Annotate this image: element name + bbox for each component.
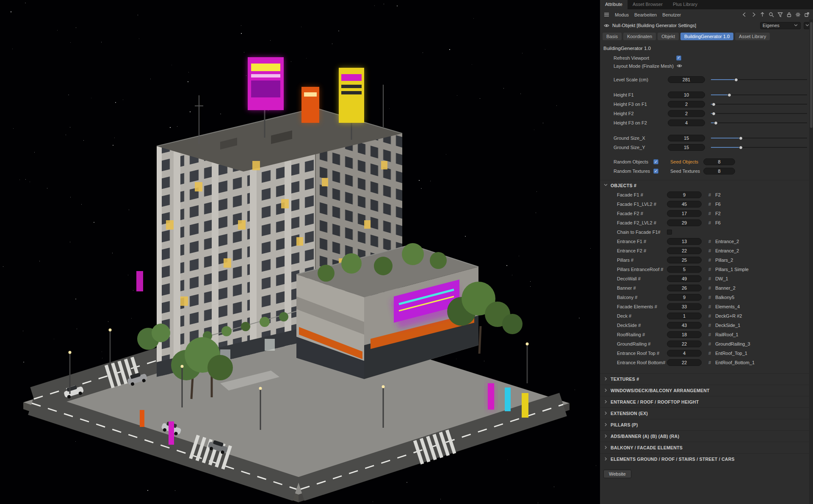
- object-count-field[interactable]: 17: [667, 210, 702, 217]
- collapsed-section-header[interactable]: PILLARS (P): [600, 419, 813, 430]
- parameter-label: Height F1: [614, 92, 668, 97]
- object-row: Entrance Roof Bottom#22#EntRoof_Bottom_1: [600, 358, 813, 367]
- slider-knob[interactable]: [727, 93, 731, 97]
- parameter-slider[interactable]: [711, 77, 807, 83]
- parameter-row: Ground Size_Y15: [600, 143, 813, 152]
- parameter-slider[interactable]: [711, 135, 807, 141]
- forward-icon[interactable]: [750, 12, 756, 18]
- collapsed-section-header[interactable]: BALKONY / FACADE ELEMENTS: [600, 442, 813, 453]
- parameter-slider[interactable]: [711, 101, 807, 107]
- object-count-field[interactable]: 33: [667, 303, 702, 310]
- lock-icon[interactable]: [786, 12, 792, 18]
- hash-label: #: [708, 211, 711, 216]
- popout-icon[interactable]: [804, 12, 810, 18]
- scrollbar-thumb[interactable]: [810, 22, 813, 128]
- seed-objects-field[interactable]: 8: [703, 158, 735, 165]
- parameter-value-field[interactable]: 10: [668, 91, 705, 98]
- tab-koordinaten[interactable]: Koordinaten: [623, 33, 656, 40]
- object-count-field[interactable]: 22: [667, 359, 702, 366]
- parameter-value-field[interactable]: 4: [668, 119, 705, 126]
- object-count-field[interactable]: 22: [667, 247, 702, 254]
- preset-dropdown[interactable]: Eigenes: [760, 22, 801, 29]
- object-item-name: DeckSide_1: [715, 323, 740, 328]
- menu-bearbeiten[interactable]: Bearbeiten: [634, 12, 657, 17]
- object-row: Chain to Facade F1#: [600, 227, 813, 237]
- object-count-field[interactable]: 5: [667, 266, 702, 273]
- parameter-slider[interactable]: [711, 92, 807, 98]
- search-icon[interactable]: [768, 12, 774, 18]
- chain-to-facade-checkbox[interactable]: [667, 230, 672, 235]
- tab-plus-library[interactable]: Plus Library: [668, 0, 702, 9]
- tab-objekt[interactable]: Objekt: [658, 33, 679, 40]
- parameter-value-field[interactable]: 2: [668, 101, 705, 108]
- parameter-slider[interactable]: [711, 144, 807, 150]
- slider-knob[interactable]: [712, 102, 716, 106]
- parameter-slider[interactable]: [711, 111, 807, 116]
- panel-scrollbar[interactable]: [809, 19, 813, 504]
- viewport-3d[interactable]: [0, 0, 600, 504]
- tab-asset-library[interactable]: Asset Library: [735, 33, 770, 40]
- object-row: Entrance F1 #13#Entrance_2: [600, 237, 813, 246]
- objects-section-header[interactable]: OBJECTS #: [600, 180, 813, 190]
- collapsed-section-header[interactable]: TEXTURES #: [600, 373, 813, 385]
- parameter-row: Height F110: [600, 90, 813, 100]
- object-row: Facade F1 #9#F2: [600, 190, 813, 199]
- gear-icon[interactable]: [795, 12, 801, 18]
- parameter-value-field[interactable]: 15: [668, 135, 705, 141]
- random-objects-label: Random Objects: [614, 159, 653, 164]
- parameter-slider[interactable]: [711, 120, 807, 126]
- slider-knob[interactable]: [739, 136, 743, 140]
- parameter-value-field[interactable]: 15: [668, 144, 705, 151]
- layout-mode-eye-icon[interactable]: [676, 63, 682, 69]
- object-count-field[interactable]: 18: [667, 331, 702, 338]
- object-count-field[interactable]: 13: [667, 238, 702, 245]
- object-item-name: DW_1: [715, 276, 728, 281]
- hash-label: #: [708, 267, 711, 272]
- parameter-value-field[interactable]: 281: [668, 76, 705, 83]
- random-textures-checkbox[interactable]: [653, 169, 658, 174]
- random-objects-checkbox[interactable]: [653, 159, 658, 164]
- object-item-name: EntRoof_Top_1: [715, 351, 747, 356]
- slider-knob[interactable]: [734, 78, 738, 82]
- object-count-field[interactable]: 9: [667, 191, 702, 198]
- menu-benutzer[interactable]: Benutzer: [662, 12, 681, 17]
- tab-buildinggenerator[interactable]: BuildingGenerator 1.0: [680, 33, 733, 40]
- menu-modus[interactable]: Modus: [615, 12, 629, 17]
- slider-knob[interactable]: [712, 112, 716, 116]
- slider-knob[interactable]: [739, 146, 743, 150]
- object-count-field[interactable]: 29: [667, 219, 702, 226]
- website-button[interactable]: Website: [603, 470, 631, 478]
- seed-textures-field[interactable]: 8: [703, 168, 735, 174]
- object-count-field[interactable]: 26: [667, 285, 702, 291]
- object-count-field[interactable]: 9: [667, 294, 702, 301]
- collapsed-section-header[interactable]: EXTENSION (EX): [600, 407, 813, 419]
- object-count-field[interactable]: 22: [667, 341, 702, 347]
- collapsed-section-header[interactable]: ADS/BANNER (A) (B) (AB) (RA): [600, 430, 813, 442]
- hamburger-icon[interactable]: [603, 12, 609, 18]
- hash-label: #: [708, 258, 711, 263]
- object-count-field[interactable]: 49: [667, 275, 702, 282]
- tab-attribute[interactable]: Attribute: [600, 0, 628, 9]
- tab-asset-browser[interactable]: Asset Browser: [628, 0, 668, 9]
- collapsed-section-header[interactable]: WINDOWS/DECK/BALCONY ARRANGEMENT: [600, 385, 813, 396]
- collapsed-section-header[interactable]: ENTRANCE / ROOF / ROOFTOP HEIGHT: [600, 396, 813, 407]
- parameter-value-field[interactable]: 2: [668, 110, 705, 117]
- refresh-viewport-checkbox[interactable]: [676, 55, 681, 61]
- object-count-field[interactable]: 25: [667, 257, 702, 263]
- section-title: ENTRANCE / ROOF / ROOFTOP HEIGHT: [611, 399, 699, 404]
- object-row: Pillars EntranceRoof #5#Pillars_1 Simple: [600, 265, 813, 274]
- object-count-field[interactable]: 1: [667, 313, 702, 319]
- chevron-right-icon: [603, 445, 608, 451]
- back-icon[interactable]: [741, 12, 747, 18]
- object-row-label: DeckSide #: [617, 323, 667, 328]
- slider-knob[interactable]: [714, 121, 718, 125]
- object-row-label: Chain to Facade F1#: [617, 230, 667, 235]
- parent-up-icon[interactable]: [759, 12, 765, 18]
- object-row-label: Balcony #: [617, 295, 667, 300]
- object-count-field[interactable]: 43: [667, 322, 702, 329]
- tab-basis[interactable]: Basis: [603, 33, 622, 40]
- object-count-field[interactable]: 45: [667, 201, 702, 208]
- object-count-field[interactable]: 4: [667, 350, 702, 357]
- filter-icon[interactable]: [777, 12, 783, 18]
- collapsed-section-header[interactable]: ELEMENTS GROUND / ROOF / STAIRS / STREET…: [600, 453, 813, 465]
